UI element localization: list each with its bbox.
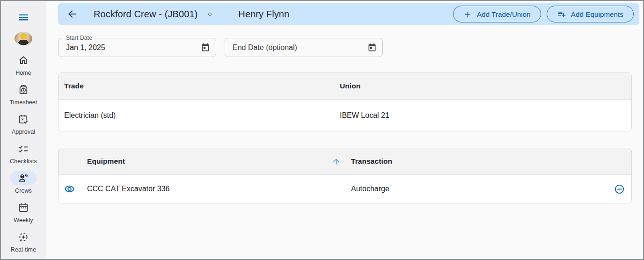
sidebar: Home Timesheet Approval: [1, 1, 46, 259]
transaction-column-header[interactable]: Transaction: [351, 157, 631, 166]
playlist-add-icon: [557, 9, 566, 19]
transaction-cell: Autocharge: [351, 185, 614, 193]
sidebar-item-approval[interactable]: Approval: [1, 112, 46, 135]
sidebar-item-label: Approval: [12, 129, 35, 135]
add-equipments-button[interactable]: Add Equipments: [547, 6, 634, 22]
realtime-icon: [10, 230, 37, 244]
sidebar-item-label: Crews: [15, 188, 32, 194]
sidebar-item-label: Real-time: [11, 246, 36, 253]
crew-title: Rockford Crew - (JB001): [94, 9, 198, 20]
user-avatar[interactable]: [15, 32, 32, 45]
trade-column-header[interactable]: Trade: [59, 82, 340, 90]
start-date-value: Jan 1, 2025: [66, 43, 105, 52]
add-trade-union-button[interactable]: Add Trade/Union: [453, 6, 541, 22]
trade-table-header: Trade Union: [59, 73, 631, 100]
sidebar-item-timesheet[interactable]: Timesheet: [1, 82, 46, 106]
trade-union-table: Trade Union Electrician (std) IBEW Local…: [58, 72, 632, 131]
equipment-column-header[interactable]: Equipment: [87, 157, 351, 166]
page-header: Rockford Crew - (JB001) Henry Flynn Add …: [58, 3, 639, 25]
sidebar-item-checklists[interactable]: Checklists: [1, 141, 46, 165]
sidebar-item-label: Checklists: [10, 158, 37, 165]
calendar-icon[interactable]: [367, 43, 377, 52]
home-icon: [10, 53, 37, 67]
person-name: Henry Flynn: [238, 9, 289, 20]
sidebar-item-weekly[interactable]: Weekly: [1, 200, 46, 224]
equipment-table-header: Equipment Transaction: [59, 148, 631, 175]
crews-icon: [10, 171, 37, 185]
trade-cell: Electrician (std): [59, 111, 340, 120]
calendar-icon[interactable]: [201, 43, 210, 52]
eye-icon[interactable]: [64, 184, 75, 195]
checklists-icon: [10, 141, 37, 156]
back-arrow-icon[interactable]: [66, 8, 78, 20]
sidebar-nav: Home Timesheet Approval: [1, 53, 46, 259]
header-actions: Add Trade/Union Add Equipments: [453, 6, 634, 22]
plus-icon: [463, 10, 472, 19]
union-column-header[interactable]: Union: [340, 82, 631, 90]
remove-cell: [614, 184, 631, 195]
sidebar-item-realtime[interactable]: Real-time: [1, 230, 46, 253]
view-cell: [59, 184, 87, 195]
sidebar-item-label: Weekly: [14, 217, 33, 224]
equipment-cell: CCC CAT Excavator 336: [87, 185, 351, 193]
start-date-field[interactable]: Start Date Jan 1, 2025: [58, 38, 216, 57]
approval-icon: [10, 112, 37, 126]
content-area: Trade Union Electrician (std) IBEW Local…: [46, 57, 643, 203]
union-cell: IBEW Local 21: [340, 111, 631, 120]
end-date-field[interactable]: End Date (optional): [225, 38, 383, 57]
end-date-placeholder: End Date (optional): [233, 43, 297, 52]
equipment-table: Equipment Transaction CCC CAT Excavator …: [58, 148, 632, 203]
sidebar-item-label: Home: [15, 70, 31, 76]
equipment-table-row[interactable]: CCC CAT Excavator 336 Autocharge: [59, 175, 631, 203]
sidebar-item-label: Timesheet: [10, 99, 37, 106]
timesheet-icon: [10, 82, 37, 97]
hamburger-menu-icon[interactable]: [17, 11, 29, 23]
sidebar-item-home[interactable]: Home: [1, 53, 46, 76]
start-date-label: Start Date: [64, 35, 94, 41]
weekly-icon: [10, 200, 37, 215]
remove-circle-icon[interactable]: [614, 184, 625, 195]
trade-table-row[interactable]: Electrician (std) IBEW Local 21: [59, 100, 631, 131]
sidebar-item-crews[interactable]: Crews: [1, 171, 46, 194]
main-area: Rockford Crew - (JB001) Henry Flynn Add …: [46, 1, 643, 259]
title-separator-dot: [208, 13, 212, 16]
sort-ascending-icon[interactable]: [332, 157, 341, 166]
date-filters: Start Date Jan 1, 2025 End Date (optiona…: [46, 25, 643, 57]
